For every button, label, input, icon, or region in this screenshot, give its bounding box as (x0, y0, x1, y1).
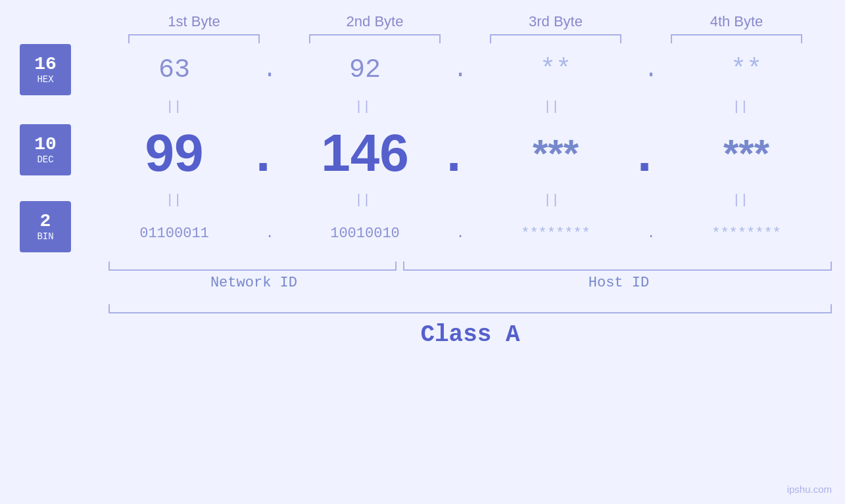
dec-num: 10 (34, 135, 57, 155)
data-rows: 63 . 92 . ** . ** (95, 43, 845, 256)
network-id-label: Network ID (109, 275, 399, 291)
dec-v2: 146 (286, 127, 444, 179)
hex-dot1: . (253, 57, 286, 83)
byte3-header: 3rd Byte (483, 13, 628, 30)
hex-v2: 92 (286, 55, 444, 85)
bin-dot1: . (253, 225, 286, 242)
network-bracket (109, 262, 397, 271)
class-label: Class A (109, 321, 832, 348)
bin-v4: ******** (667, 225, 825, 242)
full-bracket-area (109, 304, 832, 313)
eq8: || (668, 193, 813, 208)
bin-dot3: . (635, 225, 667, 242)
watermark: ipshu.com (787, 484, 832, 495)
bin-label: BIN (37, 231, 53, 242)
id-bracket-area: Network ID Host ID (109, 262, 832, 291)
byte2-header: 2nd Byte (302, 13, 447, 30)
dec-v4: *** (667, 131, 825, 176)
base-badges-column: 16 HEX 10 DEC 2 BIN (0, 43, 95, 256)
id-brackets (109, 262, 832, 271)
hex-v1: 63 (95, 55, 253, 85)
hex-dot2: . (444, 57, 477, 83)
host-id-label: Host ID (406, 275, 832, 291)
hex-v4: ** (667, 55, 825, 85)
hex-dot3: . (635, 57, 667, 83)
bracket-byte4 (671, 34, 802, 43)
byte4-header: 4th Byte (664, 13, 809, 30)
dec-label: DEC (37, 154, 53, 165)
dec-badge-spacer: 10 DEC (20, 117, 95, 183)
byte1-header: 1st Byte (122, 13, 266, 30)
bin-badge: 2 BIN (20, 201, 71, 252)
bin-num: 2 (40, 212, 51, 232)
dec-dot2: . (444, 123, 477, 183)
bin-badge-spacer: 2 BIN (20, 204, 95, 250)
bracket-byte2 (309, 34, 441, 43)
dec-dot1: . (253, 123, 286, 183)
dec-dot3: . (635, 123, 667, 183)
hex-badge-spacer: 16 HEX (20, 43, 95, 96)
bracket-byte3 (490, 34, 621, 43)
hex-data-row: 63 . 92 . ** . ** (95, 43, 825, 96)
bin-v2: 10010010 (286, 225, 444, 242)
bracket-byte1 (128, 34, 260, 43)
dec-v1: 99 (95, 127, 253, 179)
hex-badge: 16 HEX (20, 44, 71, 95)
eq5: || (101, 193, 246, 208)
eq2: || (290, 99, 435, 114)
top-brackets (104, 34, 827, 43)
bin-dot2: . (444, 225, 477, 242)
host-bracket (403, 262, 832, 271)
eq1: || (101, 99, 246, 114)
eq6: || (290, 193, 435, 208)
eq7: || (479, 193, 624, 208)
hex-label: HEX (37, 74, 53, 85)
eq3: || (479, 99, 624, 114)
main-container: 1st Byte 2nd Byte 3rd Byte 4th Byte 16 H… (0, 0, 845, 504)
dec-v3: *** (477, 131, 635, 176)
hex-equals-spacer (20, 96, 95, 117)
bin-data-row: 01100011 . 10010010 . ******** . (95, 210, 825, 256)
dec-bin-equals-row: || || || || (95, 189, 819, 210)
eq4: || (668, 99, 813, 114)
full-bracket (109, 304, 832, 313)
hex-num: 16 (34, 55, 57, 75)
byte-headers: 1st Byte 2nd Byte 3rd Byte 4th Byte (104, 0, 827, 30)
dec-badge: 10 DEC (20, 124, 71, 175)
bin-v1: 01100011 (95, 225, 253, 242)
data-layout: 16 HEX 10 DEC 2 BIN (0, 43, 845, 256)
hex-v3: ** (477, 55, 635, 85)
dec-data-row: 99 . 146 . *** . *** (95, 117, 825, 189)
id-labels: Network ID Host ID (109, 275, 832, 291)
hex-dec-equals-row: || || || || (95, 96, 819, 117)
bin-v3: ******** (477, 225, 635, 242)
